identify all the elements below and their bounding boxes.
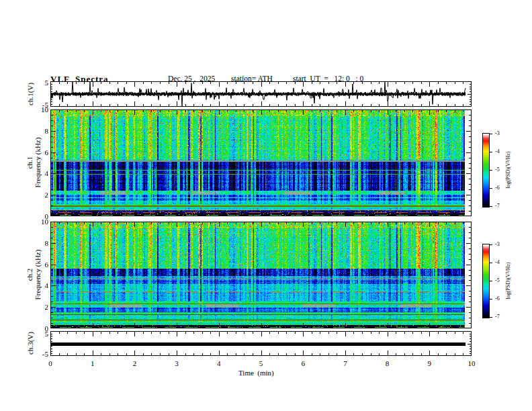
- colorbar-1-tick--3: -3: [495, 130, 500, 136]
- colorbar-1-tick--4: -4: [495, 148, 500, 154]
- spec1-y-tick-2: 2: [26, 191, 48, 199]
- colorbar-1: [482, 133, 494, 208]
- vlf-spectra-figure: { "header": { "title": "VLF Spectra", "d…: [0, 0, 532, 411]
- ch1-ymax-label: 5: [26, 79, 48, 87]
- x-tick-8: 8: [378, 359, 398, 367]
- colorbar-2-tick--6: -6: [495, 295, 500, 302]
- spec1-y-tick-6: 6: [26, 148, 48, 156]
- spec1-y-axis-label-line2: Frequency (kHz): [34, 138, 42, 188]
- x-tick-1: 1: [83, 359, 103, 367]
- spec2-y-axis-label-line2: Frequency (kHz): [34, 250, 42, 300]
- x-tick-2: 2: [124, 359, 144, 367]
- x-tick-5: 5: [251, 359, 271, 367]
- ch1-waveform-canvas: [50, 81, 472, 107]
- x-axis-title: Time (min): [238, 369, 274, 377]
- spec2-y-axis-label: ch.2 Frequency (kHz): [26, 250, 42, 300]
- colorbar-1-tick--7: -7: [495, 203, 500, 209]
- spec1-y-tick-10: 10: [26, 105, 48, 113]
- colorbar-2-tick--3: -3: [495, 241, 500, 247]
- x-tick-0: 0: [40, 359, 60, 367]
- colorbar-2-tick--7: -7: [495, 314, 500, 320]
- spec1-y-tick-4: 4: [26, 169, 48, 177]
- x-tick-7: 7: [335, 359, 355, 367]
- ch3-ymin-label: -5: [26, 350, 48, 358]
- spec1-y-axis-label: ch.1 Frequency (kHz): [26, 138, 42, 188]
- spec2-y-tick-2: 2: [26, 303, 48, 311]
- colorbar-1-label: log(PSD)(V²/Hz): [504, 151, 513, 188]
- x-tick-3: 3: [167, 359, 187, 367]
- spec1-y-axis-label-line1: ch.1: [26, 138, 34, 188]
- ch2-spectrogram-canvas: [50, 222, 472, 328]
- spec2-y-axis-label-line1: ch.2: [26, 250, 34, 300]
- x-tick-6: 6: [293, 359, 313, 367]
- colorbar-2-tick--5: -5: [495, 277, 500, 283]
- x-tick-9: 9: [419, 359, 439, 367]
- colorbar-2-tick--4: -4: [495, 259, 500, 265]
- colorbar-2: [482, 244, 494, 318]
- spec2-y-tick-4: 4: [26, 281, 48, 289]
- colorbar-2-label: log(PSD)(V²/Hz): [504, 262, 513, 299]
- spec2-y-tick-8: 8: [26, 239, 48, 247]
- spec2-y-tick-6: 6: [26, 261, 48, 269]
- colorbar-1-tick--6: -6: [495, 185, 500, 191]
- ch1-spectrogram-canvas: [50, 109, 472, 216]
- x-tick-4: 4: [209, 359, 229, 367]
- colorbar-1-tick--5: -5: [495, 167, 500, 173]
- ch3-waveform-canvas: [50, 331, 472, 356]
- spec1-y-tick-8: 8: [26, 127, 48, 135]
- spec2-y-tick-10: 10: [26, 218, 48, 226]
- x-tick-10: 10: [461, 359, 482, 367]
- spec2-y-tick-0: 0: [26, 324, 48, 332]
